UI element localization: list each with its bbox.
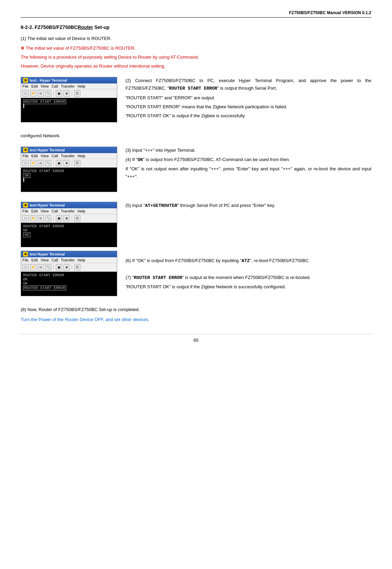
terminal4-menubar[interactable]: File Edit View Call Transfer Help: [21, 257, 117, 263]
t4-sep1: [53, 264, 54, 270]
t3-btn5[interactable]: ▣: [56, 215, 62, 221]
menu2-edit[interactable]: Edit: [31, 154, 38, 158]
terminal4-titlebar: ⚙ test Hyper Terminal: [21, 251, 117, 257]
menu2-view[interactable]: View: [41, 154, 49, 158]
terminal1-titlebar: ⚙ test - Hyper Terminal: [21, 77, 117, 83]
menu3-transfer[interactable]: Transfer: [61, 209, 75, 213]
note-block: ❋ The initial set value of FZ750BS/FZ750…: [21, 44, 371, 70]
t2-desc2: (4) If "OK" is output from FZ750BS/FZ750…: [125, 156, 371, 164]
toolbar-btn-7[interactable]: 🗒: [74, 90, 80, 97]
menu2-file[interactable]: File: [22, 154, 29, 158]
menu4-file[interactable]: File: [22, 258, 29, 262]
t2-btn3[interactable]: ⊙: [38, 160, 44, 166]
terminal3-body: ROUTER START ERROR OK OK: [21, 223, 117, 247]
terminal3-menubar[interactable]: File Edit View Call Transfer Help: [21, 208, 117, 214]
page-header: FZ750BS/FZ750BC Manual VERSION 0.1.2: [21, 10, 371, 18]
terminal2-icon: ⚙: [23, 148, 28, 152]
t3-btn6[interactable]: 🖥: [63, 215, 70, 221]
t4-btn6[interactable]: 🖥: [63, 264, 70, 270]
section-suffix: Set-up: [93, 24, 109, 30]
toolbar-sep2: [72, 91, 72, 96]
terminal2-window: ⚙ test Hyper Terminal File Edit View Cal…: [21, 147, 117, 192]
t3-btn4[interactable]: 🔧: [45, 215, 51, 221]
menu4-view[interactable]: View: [41, 258, 49, 262]
menu3-call[interactable]: Call: [51, 209, 58, 213]
terminal1-menubar[interactable]: File Edit View Call Transfer Help: [21, 83, 117, 89]
t2-btn7[interactable]: 🗒: [74, 160, 80, 166]
terminal2-titlebar: ⚙ test Hyper Terminal: [21, 147, 117, 153]
t2-sep1: [53, 160, 54, 166]
menu2-help[interactable]: Help: [78, 154, 86, 158]
t2-btn2[interactable]: 📂: [30, 160, 36, 166]
menu4-edit[interactable]: Edit: [31, 258, 38, 262]
t3-btn2[interactable]: 📂: [30, 215, 36, 221]
t4-btn1[interactable]: □: [22, 264, 29, 270]
t4-sep2: [72, 264, 72, 270]
t4-btn3[interactable]: ⊙: [38, 264, 44, 270]
toolbar-btn-new[interactable]: □: [22, 90, 29, 97]
menu4-call[interactable]: Call: [51, 258, 58, 262]
menu-view[interactable]: View: [41, 84, 49, 88]
menu-help[interactable]: Help: [78, 84, 86, 88]
section-title-text: 8-2-2. FZ750BS/FZ750BC: [21, 24, 78, 30]
menu3-file[interactable]: File: [22, 209, 29, 213]
toolbar-btn-5[interactable]: ▣: [56, 90, 62, 97]
terminal2-menubar[interactable]: File Edit View Call Transfer Help: [21, 153, 117, 159]
menu4-help[interactable]: Help: [78, 258, 86, 262]
router-underline: Router: [78, 24, 93, 30]
t3-ok-box: OK: [23, 232, 30, 237]
menu3-help[interactable]: Help: [78, 209, 86, 213]
terminal3-icon: ⚙: [23, 203, 28, 208]
t3-btn7[interactable]: 🗒: [74, 215, 80, 221]
toolbar-btn-4[interactable]: 🔧: [45, 90, 51, 97]
t4-btn5[interactable]: ▣: [56, 264, 62, 270]
t4-highlight: ROUTER START ERROR: [23, 286, 66, 290]
terminal4-window: ⚙ test Hyper Terminal File Edit View Cal…: [21, 251, 117, 296]
t4-line2: OK: [23, 277, 28, 281]
t4-line3: OK: [23, 281, 28, 286]
note-line2: The following is a procedure of purposel…: [21, 53, 371, 61]
menu4-transfer[interactable]: Transfer: [61, 258, 75, 262]
menu2-call[interactable]: Call: [51, 154, 58, 158]
toolbar-btn-6[interactable]: 🖥: [63, 90, 70, 97]
t2-btn6[interactable]: 🖥: [63, 160, 70, 166]
desc1-p4: "ROUTER START OK" is output if the Zigbe…: [125, 112, 371, 120]
bd-p1: (5) Input "AT+SETROUTER" through Serial …: [125, 202, 371, 210]
menu2-transfer[interactable]: Transfer: [61, 154, 75, 158]
menu-call[interactable]: Call: [51, 84, 58, 88]
section-title: 8-2-2. FZ750BS/FZ750BCRouter Set-up: [21, 24, 371, 30]
t4-btn2[interactable]: 📂: [30, 264, 36, 270]
t3-sep2: [72, 216, 72, 221]
terminal2-body: ROUTER START ERROR OK ▌: [21, 168, 117, 192]
menu-edit[interactable]: Edit: [31, 84, 38, 88]
terminal1-col: ⚙ test - Hyper Terminal File Edit View C…: [21, 77, 117, 122]
menu-file[interactable]: File: [22, 84, 29, 88]
note-line1: ❋ The initial set value of FZ750BS/FZ750…: [21, 44, 371, 52]
terminal1-icon: ⚙: [23, 78, 28, 83]
t4-btn4[interactable]: 🔧: [45, 264, 51, 270]
menu-transfer[interactable]: Transfer: [61, 84, 75, 88]
footer-item8: (8) Now, Router of FZ750BS/FZ750BC Set-u…: [21, 306, 371, 313]
terminal3-window: ⚙ test Hyper Terminal File Edit View Cal…: [21, 202, 117, 247]
terminal4-title: test Hyper Terminal: [30, 252, 65, 256]
t3-btn3[interactable]: ⊙: [38, 215, 44, 221]
terminal4-toolbar: □ 📂 ⊙ 🔧 ▣ 🖥 🗒: [21, 263, 117, 272]
t4-line1: ROUTER START ERROR: [23, 273, 64, 277]
t4-btn7[interactable]: 🗒: [74, 264, 80, 270]
menu3-view[interactable]: View: [41, 209, 49, 213]
t3-sep1: [53, 216, 54, 221]
t2-cursor: ▌: [23, 178, 26, 182]
t2-btn5[interactable]: ▣: [56, 160, 62, 166]
toolbar-btn-3[interactable]: ⊙: [38, 90, 44, 97]
bottom-terminals: ⚙ test Hyper Terminal File Edit View Cal…: [21, 202, 117, 296]
t2-btn4[interactable]: 🔧: [45, 160, 51, 166]
terminal4-body: ROUTER START ERROR OK OK ROUTER START ER…: [21, 272, 117, 296]
header-title: FZ750BS/FZ750BC Manual VERSION 0.1.2: [289, 10, 371, 15]
t2-desc3: If "OK" is not output even after inputti…: [125, 165, 371, 180]
t2-btn1[interactable]: □: [22, 160, 29, 166]
terminal1-window: ⚙ test - Hyper Terminal File Edit View C…: [21, 77, 117, 122]
menu3-edit[interactable]: Edit: [31, 209, 38, 213]
toolbar-btn-open[interactable]: 📂: [30, 90, 36, 97]
t3-btn1[interactable]: □: [22, 215, 29, 221]
t2-desc1: (3) Input "+++" into Hyper Terminal.: [125, 147, 371, 154]
